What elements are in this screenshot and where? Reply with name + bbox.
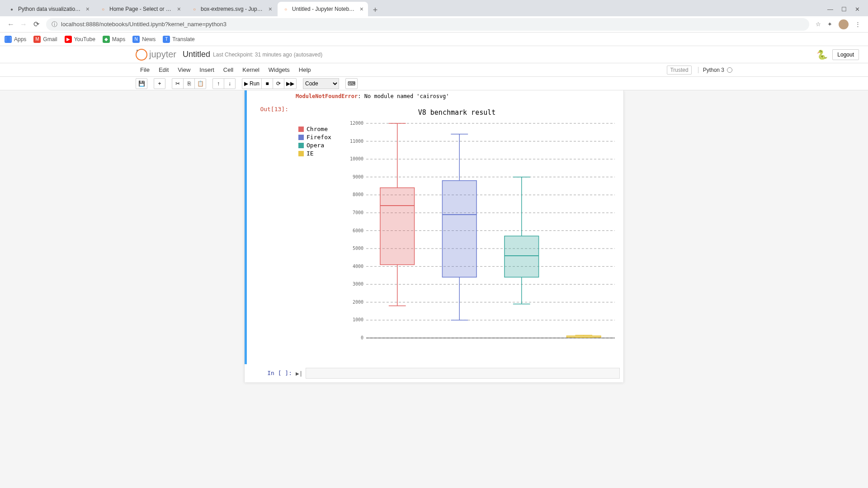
svg-text:7000: 7000 [353,210,363,215]
jupyter-header: jupyter Untitled Last Checkpoint: 31 min… [0,46,868,63]
kernel-status-icon [727,67,732,73]
checkpoint-text: Last Checkpoint: 31 minutes ago [213,52,292,58]
menu-help[interactable]: Help [294,66,316,73]
bookmark-icon: M [33,36,41,43]
new-tab-button[interactable]: + [369,4,382,16]
profile-avatar[interactable] [839,19,849,29]
tab-title: box-extremes.svg - Jupyter Text [201,6,265,12]
error-name: ModuleNotFoundError [296,93,358,99]
url-text: localhost:8888/notebooks/Untitled.ipynb?… [61,21,226,28]
tab-close-icon[interactable]: × [269,5,272,13]
save-button[interactable]: 💾 [136,78,147,89]
run-arrow-icon[interactable]: ▶| [296,370,303,377]
move-down-button[interactable]: ↓ [224,78,236,89]
browser-tab[interactable]: ○box-extremes.svg - Jupyter Text× [186,2,277,16]
legend-label: IE [307,150,314,157]
tab-favicon: ○ [282,5,289,13]
bookmark-icon: T [163,36,170,43]
tab-favicon: ● [8,5,15,13]
bookmark-item[interactable]: TTranslate [163,36,195,43]
empty-input-cell[interactable]: In [ ]: ▶| [245,364,623,382]
jupyter-logo-icon [136,49,147,61]
legend-swatch [298,127,304,132]
command-palette-button[interactable]: ⌨ [345,78,358,89]
menu-view[interactable]: View [173,66,195,73]
menu-cell[interactable]: Cell [219,66,238,73]
menu-kernel[interactable]: Kernel [238,66,264,73]
chart-output: V8 benchmark result ChromeFirefoxOperaIE… [292,104,622,355]
browser-tab[interactable]: ○Home Page - Select or create a n× [95,2,185,16]
menu-file[interactable]: File [136,66,154,73]
legend-item: Opera [298,142,348,149]
svg-text:1000: 1000 [353,317,363,322]
bookmark-item[interactable]: NNews [132,36,156,43]
svg-rect-31 [380,188,415,265]
menu-icon[interactable]: ⋮ [855,21,861,28]
output-cell[interactable]: ModuleNotFoundError: No module named 'ca… [245,90,623,102]
back-button[interactable]: ← [5,18,17,31]
autosaved-text: (autosaved) [294,52,322,58]
trusted-indicator[interactable]: Trusted [667,66,691,75]
notebook-scroll-area[interactable]: ModuleNotFoundError: No module named 'ca… [0,90,868,488]
browser-tab-strip: ●Python data visualization (Pygal×○Home … [0,0,868,16]
tab-title: Untitled - Jupyter Notebook [292,6,356,12]
add-cell-button[interactable]: + [154,78,165,89]
error-message: : No module named 'cairosvg' [358,93,449,99]
maximize-icon[interactable]: ☐ [841,6,847,13]
extensions-icon[interactable]: ✦ [827,21,832,28]
legend-swatch [298,135,304,140]
tab-close-icon[interactable]: × [360,5,363,13]
menu-widgets[interactable]: Widgets [264,66,294,73]
menu-edit[interactable]: Edit [154,66,173,73]
legend-item: IE [298,150,348,157]
window-controls: — ☐ ✕ [827,6,864,16]
cell-type-select[interactable]: Code [303,78,339,89]
restart-run-all-button[interactable]: ▶▶ [284,78,297,89]
menu-insert[interactable]: Insert [195,66,219,73]
bookmark-label: Maps [112,36,125,42]
paste-button[interactable]: 📋 [194,78,206,89]
svg-text:12000: 12000 [350,121,363,126]
legend-label: Opera [307,142,324,149]
bookmark-icon: ◆ [103,36,110,43]
logout-button[interactable]: Logout [832,49,859,60]
svg-text:5000: 5000 [353,246,363,251]
browser-tab[interactable]: ○Untitled - Jupyter Notebook× [278,2,368,16]
bookmark-item[interactable]: MGmail [33,36,57,43]
cut-button[interactable]: ✂ [172,78,184,89]
url-input[interactable]: ⓘ localhost:8888/notebooks/Untitled.ipyn… [46,18,809,31]
star-icon[interactable]: ☆ [816,21,821,28]
copy-button[interactable]: ⎘ [183,78,195,89]
tab-close-icon[interactable]: × [177,5,181,13]
chart-output-cell[interactable]: Out[13]: V8 benchmark result ChromeFiref… [245,102,623,364]
chart-title: V8 benchmark result [294,107,620,121]
legend-label: Firefox [307,134,331,141]
tab-close-icon[interactable]: × [86,5,90,13]
code-input[interactable] [306,368,620,379]
boxplot-svg: 0100020003000400050006000700080009000100… [348,121,619,347]
svg-text:11000: 11000 [350,139,363,144]
browser-tab[interactable]: ●Python data visualization (Pygal× [4,2,94,16]
interrupt-button[interactable]: ■ [261,78,273,89]
run-button[interactable]: ▶ Run [242,78,262,89]
close-window-icon[interactable]: ✕ [855,6,860,13]
legend-item: Chrome [298,126,348,132]
bookmark-item[interactable]: ⋮⋮Apps [5,36,26,43]
chart-legend: ChromeFirefoxOperaIE [294,121,348,347]
bookmark-item[interactable]: ▶YouTube [65,36,95,43]
tab-favicon: ○ [99,5,107,13]
move-up-button[interactable]: ↑ [212,78,224,89]
site-info-icon[interactable]: ⓘ [52,20,57,28]
restart-button[interactable]: ⟳ [273,78,284,89]
bookmark-item[interactable]: ◆Maps [103,36,125,43]
jupyter-logo[interactable]: jupyter [136,49,176,61]
svg-text:10000: 10000 [350,156,363,161]
forward-button[interactable]: → [17,18,30,31]
output-prompt: Out[13]: [245,104,292,355]
kernel-indicator[interactable]: Python 3 [698,67,732,73]
bookmark-icon: N [132,36,140,43]
minimize-icon[interactable]: — [827,6,833,13]
reload-button[interactable]: ⟳ [30,18,42,31]
svg-text:6000: 6000 [353,228,363,233]
notebook-title[interactable]: Untitled [183,50,210,59]
